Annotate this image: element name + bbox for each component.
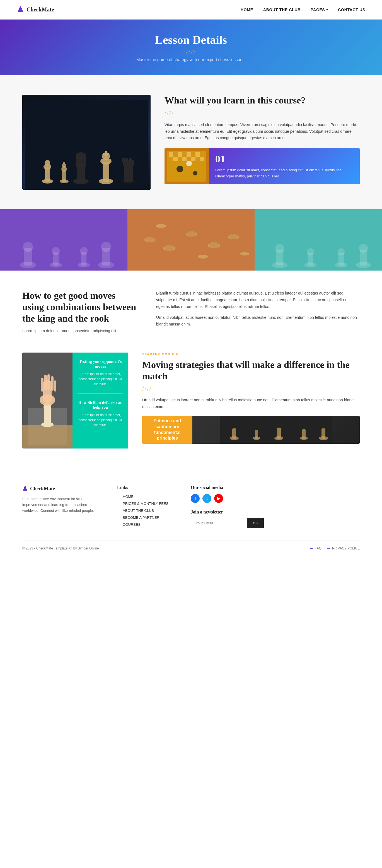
learn-title: What will you learn in this course? (164, 95, 360, 106)
hero-divider: //// (186, 48, 196, 56)
svg-point-66 (240, 252, 249, 255)
svg-point-25 (63, 162, 65, 164)
starter-title: Moving strategies that will make a diffe… (142, 359, 360, 382)
svg-rect-96 (232, 428, 236, 439)
starter-card-2-body: Lorem ipsum dolor sit amet, consectetur … (77, 412, 123, 428)
footer-links: Links HOME PRICES & MONTHLY FEES ABOUT T… (117, 485, 168, 529)
hero-title: Lesson Details (155, 33, 227, 46)
facebook-icon[interactable]: f (191, 494, 200, 503)
svg-rect-20 (129, 158, 132, 162)
svg-rect-35 (200, 157, 204, 161)
svg-rect-28 (169, 152, 173, 157)
combo-title: How to get good moves using combinations… (22, 290, 139, 324)
svg-rect-91 (47, 374, 50, 390)
combo-subtitle: Lorem ipsum dolor sit amet, consectetur … (22, 329, 139, 333)
social-title: Our social media (191, 485, 264, 490)
svg-rect-102 (277, 428, 281, 439)
learn-divider: //// (164, 110, 360, 117)
footer-link-home[interactable]: HOME (123, 495, 133, 499)
svg-rect-92 (51, 376, 54, 391)
combo-para1: Blandit turpis cursus in hac habitasse p… (156, 290, 360, 310)
footer-privacy-link[interactable]: PRIVACY POLICE (327, 547, 360, 550)
svg-point-57 (164, 245, 174, 251)
footer-link-item: HOME (117, 495, 168, 499)
footer-link-about[interactable]: ABOUT THE CLUB (123, 508, 154, 513)
footer-link-courses[interactable]: COURSES (123, 522, 140, 527)
nav-home[interactable]: HOME (241, 7, 253, 12)
social-icons: f t ▶ (191, 494, 264, 503)
combo-section: How to get good moves using combinations… (0, 271, 382, 352)
svg-point-8 (76, 152, 86, 159)
svg-point-65 (198, 255, 208, 258)
patience-text-box: Patience and caution are fundamental pri… (142, 416, 192, 444)
combo-para2: Urna id volutpat lacus laoreet non curab… (156, 314, 360, 328)
starter-section: Testing your opponent's moves Lorem ipsu… (0, 352, 382, 468)
footer-logo: ♟ CheckMate (22, 485, 95, 492)
patience-card: Patience and caution are fundamental pri… (142, 416, 360, 444)
svg-point-77 (338, 248, 345, 255)
hero-subtitle: Master the game of strategy with our exp… (136, 57, 246, 62)
newsletter-form: OK (191, 518, 264, 528)
logo-icon: ♟ (17, 5, 24, 14)
nav-contact[interactable]: CONTACT US (338, 7, 365, 12)
gallery-section (0, 209, 382, 271)
svg-point-55 (145, 237, 154, 242)
svg-rect-83 (22, 425, 72, 447)
svg-point-52 (101, 242, 111, 252)
svg-point-49 (80, 247, 88, 255)
patience-label: Patience and caution are fundamental pri… (148, 418, 187, 441)
gallery-item-1 (0, 209, 127, 271)
nav-about[interactable]: ABOUT THE CLUB (263, 7, 300, 12)
svg-rect-31 (195, 152, 200, 157)
svg-rect-105 (302, 429, 306, 439)
header: ♟ CheckMate HOME ABOUT THE CLUB PAGES CO… (0, 0, 382, 20)
footer-bottom-links: FAQ PRIVACY POLICE (310, 547, 360, 550)
svg-point-61 (209, 242, 219, 248)
svg-point-59 (187, 231, 196, 237)
starter-cards: Testing your opponent's moves Lorem ipsu… (72, 352, 128, 448)
svg-rect-29 (178, 152, 182, 157)
starter-card-2-title: How Sicilian defense can help you (77, 400, 123, 410)
footer-faq-link[interactable]: FAQ (310, 547, 321, 550)
newsletter-email-input[interactable] (191, 518, 247, 528)
main-nav: HOME ABOUT THE CLUB PAGES CONTACT US (241, 7, 365, 12)
svg-rect-32 (173, 157, 178, 161)
svg-point-38 (193, 171, 197, 176)
svg-rect-19 (125, 158, 128, 162)
learn-content: What will you learn in this course? ////… (164, 95, 360, 184)
learn-section: What will you learn in this course? ////… (0, 75, 382, 209)
svg-rect-18 (122, 158, 125, 162)
learn-image (22, 95, 151, 190)
footer-link-prices[interactable]: PRICES & MONTHLY FEES (123, 501, 168, 506)
chess-pieces-svg (25, 100, 148, 190)
newsletter-title: Join a newsletter (191, 509, 264, 515)
card-01-body: Lorem ipsum dolor sit amet, consectetur … (215, 167, 354, 179)
svg-rect-33 (182, 157, 187, 161)
starter-card-1-body: Lorem ipsum dolor sit amet, consectetur … (77, 372, 123, 386)
card-01-image (164, 148, 209, 184)
footer-link-partner[interactable]: BECOME A PARTNER (123, 516, 159, 520)
svg-rect-10 (103, 162, 109, 182)
gallery-item-3 (255, 209, 382, 271)
svg-point-63 (229, 234, 238, 239)
svg-point-64 (156, 224, 166, 228)
footer: ♟ CheckMate Fun, competitive environment… (0, 468, 382, 559)
gallery-item-2 (127, 209, 255, 271)
footer-brand: ♟ CheckMate Fun, competitive environment… (22, 485, 95, 529)
footer-links-title: Links (117, 485, 168, 490)
svg-rect-90 (44, 375, 47, 390)
svg-point-46 (52, 247, 60, 255)
svg-rect-34 (191, 157, 195, 161)
twitter-icon[interactable]: t (202, 494, 211, 503)
svg-point-4 (44, 160, 50, 166)
footer-link-item: BECOME A PARTNER (117, 516, 168, 520)
logo[interactable]: ♟ CheckMate (17, 5, 54, 14)
youtube-icon[interactable]: ▶ (214, 494, 223, 503)
card-01-number: 01 (215, 153, 354, 165)
svg-rect-14 (103, 153, 109, 155)
newsletter-submit-button[interactable]: OK (247, 518, 264, 528)
nav-pages[interactable]: PAGES (311, 7, 328, 12)
starter-body: Urna id volutpat lacus laoreet non curab… (142, 397, 360, 410)
svg-point-80 (359, 244, 368, 253)
starter-card-1: Testing your opponent's moves Lorem ipsu… (72, 352, 128, 393)
